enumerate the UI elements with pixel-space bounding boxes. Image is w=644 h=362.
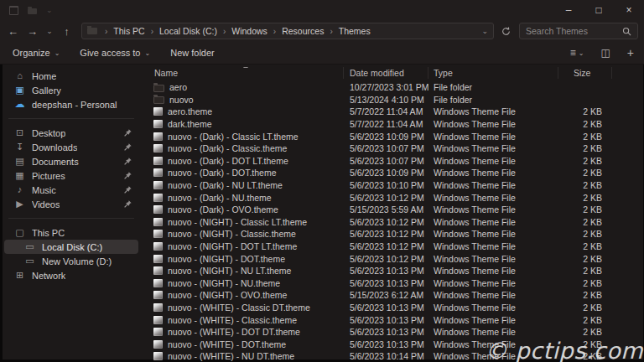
sidebar-item-label: Downloads xyxy=(32,142,77,153)
table-row[interactable]: nuovo5/13/2024 4:10 PMFile folder xyxy=(143,94,644,106)
table-row[interactable]: aero10/27/2023 3:01 PMFile folder xyxy=(143,81,644,94)
column-header-date-modified[interactable]: Date modified xyxy=(344,67,428,79)
table-row[interactable]: nuovo - (Dark) - Classic LT.theme5/6/202… xyxy=(143,130,644,142)
table-row[interactable]: nuovo - (Dark) - DOT.theme5/6/2023 10:09… xyxy=(143,167,644,179)
sidebar-item-label: Pictures xyxy=(32,171,65,181)
table-row[interactable]: nuovo - (NIGHT) - DOT LT.theme5/6/2023 1… xyxy=(143,240,644,253)
file-name-cell: nuovo - (Dark) - DOT.theme xyxy=(143,168,344,178)
address-dropdown-icon[interactable]: ⌄ xyxy=(481,27,488,35)
preview-pane-button[interactable]: ◫ xyxy=(600,47,610,59)
search-icon[interactable] xyxy=(622,27,631,36)
file-name-cell: nuovo - (WHITE) - DOT.theme xyxy=(143,339,344,349)
table-row[interactable]: aero.theme5/7/2022 11:04 AMWindows Theme… xyxy=(143,106,644,118)
theme-icon xyxy=(153,328,163,336)
file-type: Windows Theme File xyxy=(428,168,558,178)
column-header-name[interactable]: Name xyxy=(143,67,344,79)
file-date-modified: 5/6/2023 10:12 PM xyxy=(344,193,428,203)
file-date-modified: 5/6/2023 10:12 PM xyxy=(344,217,428,227)
refresh-button[interactable] xyxy=(496,22,516,40)
new-folder-label: New folder xyxy=(170,48,215,58)
table-row[interactable]: nuovo - (Dark) - DOT LT.theme5/6/2023 10… xyxy=(143,155,644,168)
table-row[interactable]: nuovo - (Dark) - NU.theme5/6/2023 10:12 … xyxy=(143,191,644,204)
table-row[interactable]: nuovo - (NIGHT) - Classic.theme5/6/2023 … xyxy=(143,228,644,240)
chevron-down-icon: ⌄ xyxy=(144,49,150,57)
column-header-size[interactable]: Size xyxy=(558,67,612,79)
breadcrumb-item-windows[interactable]: Windows xyxy=(231,26,267,36)
sort-ascending-icon xyxy=(243,67,248,68)
new-folder-button[interactable]: New folder xyxy=(170,48,215,58)
table-row[interactable]: nuovo - (NIGHT) - NU LT.theme5/6/2023 10… xyxy=(143,265,644,277)
sidebar-item-home[interactable]: ⌂Home xyxy=(4,69,138,83)
close-button[interactable]: × xyxy=(614,0,644,20)
file-date-modified: 5/13/2024 4:10 PM xyxy=(344,95,428,105)
file-name-cell: nuovo - (NIGHT) - Classic LT.theme xyxy=(143,217,344,227)
table-row[interactable]: nuovo - (NIGHT) - NU.theme5/6/2023 10:13… xyxy=(143,277,644,290)
sidebar-item-documents[interactable]: ▤Documents xyxy=(4,154,138,168)
view-options-button[interactable]: ≡⌄ xyxy=(570,47,584,59)
sidebar-item-desktop[interactable]: ⊡Desktop xyxy=(4,126,138,140)
file-type: Windows Theme File xyxy=(428,193,558,203)
sidebar-item-videos[interactable]: ▶Videos xyxy=(4,197,138,211)
sidebar-item-gallery[interactable]: ▣Gallery xyxy=(4,83,138,97)
file-type: File folder xyxy=(428,95,558,105)
sidebar-item-deepshan-personal[interactable]: ☁deepshan - Personal xyxy=(4,97,138,111)
file-type: Windows Theme File xyxy=(428,254,558,264)
breadcrumb[interactable]: ›This PC›Local Disk (C:)›Windows›Resourc… xyxy=(81,23,494,39)
command-toolbar: Organize ⌄ Give access to ⌄ New folder ≡… xyxy=(0,42,644,65)
drive-icon: ▭ xyxy=(23,242,36,251)
table-row[interactable]: nuovo - (WHITE) - Classic.theme5/6/2023 … xyxy=(143,313,644,326)
file-name: nuovo - (Dark) - Classic.theme xyxy=(168,143,287,153)
search-input[interactable]: Search Themes xyxy=(519,23,638,39)
file-date-modified: 5/6/2023 10:07 PM xyxy=(344,143,428,153)
organize-button[interactable]: Organize ⌄ xyxy=(13,48,60,58)
up-button[interactable]: ↑ xyxy=(57,22,76,40)
minimize-button[interactable]: – xyxy=(553,0,584,20)
column-label: Size xyxy=(574,68,590,78)
sidebar-item-local-disk-c[interactable]: ▭Local Disk (C:) xyxy=(4,240,138,254)
desktop-icon: ⊡ xyxy=(13,128,26,137)
file-name-cell: nuovo - (Dark) - DOT LT.theme xyxy=(143,156,344,166)
table-row[interactable]: nuovo - (Dark) - Classic.theme5/6/2023 1… xyxy=(143,142,644,155)
breadcrumb-item-resources[interactable]: Resources xyxy=(282,26,324,36)
folder-icon xyxy=(87,28,97,34)
table-row[interactable]: nuovo - (NIGHT) - OVO.theme5/15/2023 6:1… xyxy=(143,289,644,302)
network-icon: ⊞ xyxy=(13,271,26,280)
breadcrumb-item-themes[interactable]: Themes xyxy=(339,26,371,36)
breadcrumb-item-this-pc[interactable]: This PC xyxy=(113,26,144,36)
pin-icon xyxy=(124,186,132,194)
file-name-cell: nuovo - (Dark) - Classic LT.theme xyxy=(143,132,344,142)
sidebar-item-pictures[interactable]: ▦Pictures xyxy=(4,168,138,183)
sidebar-item-label: deepshan - Personal xyxy=(32,100,117,110)
file-size: 2 KB xyxy=(558,254,612,264)
file-date-modified: 5/6/2023 10:12 PM xyxy=(344,254,428,264)
maximize-button[interactable]: □ xyxy=(584,0,614,20)
table-row[interactable]: nuovo - (WHITE) - Classic DT.theme5/6/20… xyxy=(143,302,644,314)
chevron-down-icon: ⌄ xyxy=(579,49,584,57)
table-row[interactable]: nuovo - (WHITE) - DOT DT.theme5/6/2023 1… xyxy=(143,326,644,339)
sidebar-item-network[interactable]: ⊞Network xyxy=(4,268,138,282)
sidebar-item-music[interactable]: ♪Music xyxy=(4,183,138,197)
table-row[interactable]: nuovo - (NIGHT) - DOT.theme5/6/2023 10:1… xyxy=(143,252,644,265)
sidebar-item-downloads[interactable]: ↧Downloads xyxy=(4,140,138,154)
file-list: aero10/27/2023 3:01 PMFile foldernuovo5/… xyxy=(143,81,644,362)
sidebar-item-this-pc[interactable]: ▢This PC xyxy=(4,225,138,240)
table-row[interactable]: nuovo - (Dark) - NU LT.theme5/6/2023 10:… xyxy=(143,179,644,192)
forward-button[interactable]: → xyxy=(23,22,42,40)
give-access-to-button[interactable]: Give access to ⌄ xyxy=(80,48,150,58)
sidebar-item-new-volume-d[interactable]: ▭New Volume (D:) xyxy=(4,254,138,268)
file-size: 2 KB xyxy=(558,278,612,288)
folder-icon xyxy=(153,96,164,104)
back-button[interactable]: ← xyxy=(3,22,23,40)
table-row[interactable]: nuovo - (Dark) - OVO.theme5/15/2023 5:59… xyxy=(143,204,644,216)
file-type: Windows Theme File xyxy=(428,241,558,251)
expand-ribbon-button[interactable]: + xyxy=(627,46,634,59)
breadcrumb-item-local-disk-c[interactable]: Local Disk (C:) xyxy=(159,26,217,36)
table-row[interactable]: dark.theme5/7/2022 11:04 AMWindows Theme… xyxy=(143,118,644,131)
theme-icon xyxy=(153,205,163,214)
chevron-down-icon[interactable]: ⌄ xyxy=(46,7,53,14)
column-header-type[interactable]: Type xyxy=(428,67,558,79)
recent-locations-icon[interactable]: ⌄ xyxy=(42,22,57,40)
file-size: 2 KB xyxy=(558,303,612,313)
table-row[interactable]: nuovo - (NIGHT) - Classic LT.theme5/6/20… xyxy=(143,216,644,229)
file-name: nuovo - (NIGHT) - NU LT.theme xyxy=(168,266,291,276)
